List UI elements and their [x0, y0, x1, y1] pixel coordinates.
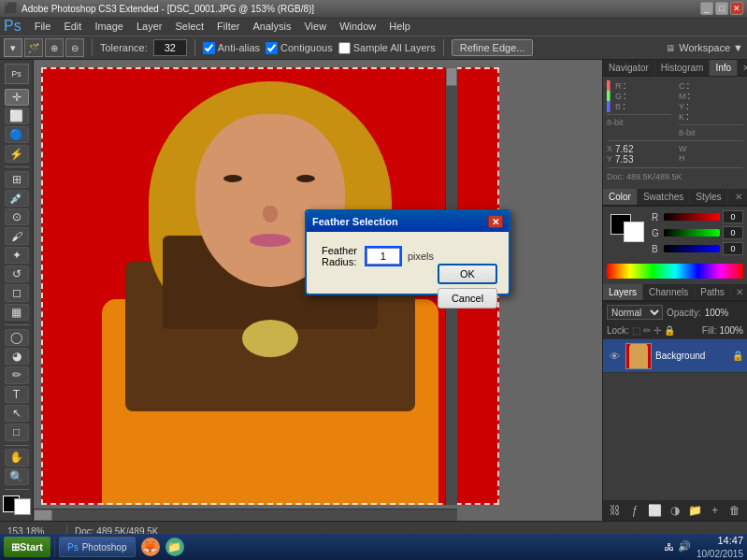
- taskbar-explorer-icon[interactable]: 📁: [165, 538, 184, 556]
- tab-navigator[interactable]: Navigator: [603, 60, 655, 76]
- tab-color[interactable]: Color: [603, 189, 638, 205]
- canvas-scrollbar-horizontal[interactable]: [34, 509, 457, 521]
- taskbar-firefox-icon[interactable]: 🦊: [141, 538, 160, 556]
- menu-file[interactable]: File: [29, 19, 57, 34]
- menubar: Ps File Edit Image Layer Select Filter A…: [0, 17, 747, 36]
- menu-analysis[interactable]: Analysis: [248, 19, 297, 34]
- info-xy-col: X 7.62 Y 7.53: [607, 144, 671, 165]
- layer-style-icon[interactable]: ƒ: [626, 502, 642, 519]
- color-selector[interactable]: [3, 495, 31, 515]
- crop-tool[interactable]: ⊞: [5, 171, 29, 188]
- color-r-track[interactable]: [664, 213, 720, 221]
- antialias-checkbox-label[interactable]: Anti-alias: [203, 42, 260, 54]
- color-panel-close[interactable]: ✕: [730, 189, 747, 205]
- info-bottom-sep: [607, 167, 743, 168]
- tab-styles[interactable]: Styles: [690, 189, 727, 205]
- layer-adjustment-icon[interactable]: ◑: [667, 502, 682, 519]
- menu-window[interactable]: Window: [334, 19, 381, 34]
- path-select-tool[interactable]: ↖: [5, 405, 29, 422]
- selection-tool[interactable]: ⬜: [5, 108, 29, 124]
- background-color-swatch[interactable]: [624, 222, 644, 242]
- lock-position-icon[interactable]: ✛: [654, 325, 661, 336]
- scrollbar-thumb-h[interactable]: [34, 510, 52, 521]
- antialias-checkbox[interactable]: [203, 42, 215, 54]
- blur-tool[interactable]: ◯: [5, 329, 29, 346]
- sample-all-checkbox[interactable]: [338, 42, 351, 54]
- layer-visibility-eye[interactable]: 👁: [607, 349, 622, 364]
- layer-item-background[interactable]: 👁 Background 🔒: [603, 339, 747, 373]
- tab-paths[interactable]: Paths: [695, 284, 731, 300]
- dodge-tool[interactable]: ◕: [5, 348, 29, 365]
- lock-transparent-icon[interactable]: ⬚: [632, 325, 640, 336]
- tab-swatches[interactable]: Swatches: [638, 189, 690, 205]
- sample-all-checkbox-label[interactable]: Sample All Layers: [338, 42, 436, 54]
- menu-image[interactable]: Image: [89, 19, 129, 34]
- info-panel-close[interactable]: ✕: [738, 60, 747, 76]
- layer-new-icon[interactable]: +: [707, 502, 723, 519]
- color-spectrum[interactable]: [607, 264, 743, 279]
- menu-help[interactable]: Help: [383, 19, 416, 34]
- pen-tool[interactable]: ✏: [5, 366, 29, 383]
- refine-edge-button[interactable]: Refine Edge...: [452, 39, 534, 56]
- tolerance-input[interactable]: [153, 39, 187, 56]
- tab-channels[interactable]: Channels: [643, 284, 695, 300]
- background-color[interactable]: [14, 498, 31, 515]
- menu-view[interactable]: View: [298, 19, 332, 34]
- eraser-tool[interactable]: ◻: [5, 284, 29, 301]
- lock-paint-icon[interactable]: ✏: [643, 325, 651, 336]
- color-g-track[interactable]: [664, 229, 720, 237]
- menu-layer[interactable]: Layer: [131, 19, 168, 34]
- feather-selection-dialog: Feather Selection ✕ Feather Radius: pixe…: [305, 209, 510, 295]
- color-g-label: G: [652, 228, 661, 238]
- feather-radius-input[interactable]: [366, 248, 400, 265]
- scrollbar-thumb-v[interactable]: [446, 67, 457, 86]
- color-b-track[interactable]: [664, 245, 720, 252]
- tab-info[interactable]: Info: [710, 60, 738, 76]
- gradient-tool[interactable]: ▦: [5, 304, 29, 321]
- layer-delete-icon[interactable]: 🗑: [727, 502, 743, 519]
- clone-stamp-tool[interactable]: ✦: [5, 247, 29, 264]
- type-tool[interactable]: T: [5, 386, 29, 403]
- tab-layers[interactable]: Layers: [603, 284, 643, 300]
- feather-dialog-close[interactable]: ✕: [488, 215, 503, 228]
- workspace-label[interactable]: Workspace ▼: [679, 42, 743, 53]
- tool-preset-btn[interactable]: ▾: [4, 38, 22, 57]
- contiguous-checkbox-label[interactable]: Contiguous: [266, 42, 333, 54]
- taskbar: ⊞ Start Ps Photoshop 🦊 📁 🖧 🔊 14:47 10/02…: [0, 534, 747, 560]
- shape-tool[interactable]: □: [5, 424, 29, 440]
- hand-tool[interactable]: ✋: [5, 449, 29, 466]
- tool-separator-1: [5, 166, 29, 167]
- spot-heal-tool[interactable]: ⊙: [5, 208, 29, 225]
- layer-group-icon[interactable]: 📁: [687, 502, 703, 519]
- blend-mode-select[interactable]: Normal: [607, 305, 663, 320]
- layer-mask-icon[interactable]: ⬜: [647, 502, 663, 519]
- info-b-value: :: [623, 101, 625, 111]
- menu-filter[interactable]: Filter: [211, 19, 245, 34]
- minimize-button[interactable]: _: [700, 2, 713, 15]
- maximize-button[interactable]: □: [715, 2, 728, 15]
- info-y-row: Y 7.53: [607, 154, 671, 165]
- color-r-input[interactable]: [723, 210, 743, 223]
- feather-ok-button[interactable]: OK: [438, 264, 497, 284]
- color-b-input[interactable]: [723, 242, 743, 255]
- feather-cancel-button[interactable]: Cancel: [438, 288, 497, 309]
- menu-select[interactable]: Select: [169, 19, 209, 34]
- start-button[interactable]: ⊞ Start: [4, 537, 50, 557]
- brush-tool[interactable]: 🖌: [5, 227, 29, 244]
- tab-histogram[interactable]: Histogram: [655, 60, 711, 76]
- lasso-tool[interactable]: 🔵: [5, 126, 29, 143]
- contiguous-checkbox[interactable]: [266, 42, 278, 54]
- layer-link-icon[interactable]: ⛓: [607, 502, 623, 519]
- move-tool[interactable]: ✛: [5, 89, 29, 106]
- zoom-tool[interactable]: 🔍: [5, 468, 29, 485]
- history-brush-tool[interactable]: ↺: [5, 266, 29, 282]
- magic-wand-tool[interactable]: ⚡: [5, 145, 29, 162]
- color-g-input[interactable]: [723, 226, 743, 239]
- eyedropper-tool[interactable]: 💉: [5, 190, 29, 207]
- close-button[interactable]: ✕: [730, 2, 743, 15]
- lock-all-icon[interactable]: 🔒: [664, 325, 675, 336]
- layers-panel-close[interactable]: ✕: [731, 284, 747, 300]
- menu-edit[interactable]: Edit: [58, 19, 87, 34]
- info-r-label: R: [615, 81, 622, 91]
- taskbar-ps-button[interactable]: Ps Photoshop: [59, 537, 136, 557]
